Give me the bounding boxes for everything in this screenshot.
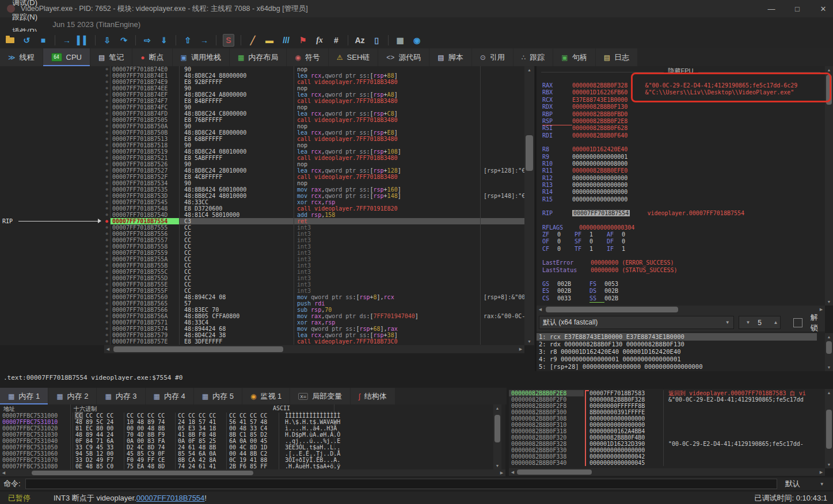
register-line[interactable]: R140000000000000000 — [542, 189, 797, 196]
disasm-row[interactable]: ●00007FF7018B7505E8 76BFFFFFcall videopl… — [104, 117, 524, 123]
row-dot-icon[interactable]: ● — [104, 174, 110, 180]
row-dot-icon[interactable]: ● — [104, 281, 110, 288]
breakpoint-icon[interactable]: ● — [104, 218, 110, 224]
stack-row[interactable]: 00000082B8B0F31800000000162A4BB4 — [509, 428, 668, 434]
dump-hscrollbar[interactable]: ◀ ▶ — [0, 469, 505, 476]
tab-source[interactable]: <>源代码 — [378, 48, 429, 66]
dump-row[interactable]: 00007FFBC753102081 EC 80 0000 00 48 8B05… — [0, 425, 337, 432]
disasm-row[interactable]: ●00007FF7018B755FCCint3 — [104, 288, 524, 294]
register-line[interactable]: R1100000082B8B0EFE0 — [542, 167, 797, 174]
disasm-row[interactable]: ●00007FF7018B756048:894C24 08mov qword p… — [104, 294, 524, 300]
register-line[interactable]: GS002BFS0053 — [542, 281, 797, 288]
bookmark-icon[interactable]: ⚑ — [298, 35, 308, 46]
tab-memory-map[interactable]: ▦内存布局 — [230, 48, 286, 66]
register-line[interactable]: LastError00000000 (ERROR_SUCCESS) — [542, 259, 797, 266]
disasm-row[interactable]: ●00007FF7018B752FE8 4CBFFFFFcall videopl… — [104, 174, 524, 180]
row-dot-icon[interactable]: ● — [104, 110, 110, 117]
row-dot-icon[interactable]: ● — [104, 326, 110, 332]
dump-row[interactable]: 00007FFBC753103048 89 44 2470 4D 8B F941… — [0, 432, 340, 438]
tab-memory-5[interactable]: ▦内存 5 — [194, 388, 242, 404]
dump-row[interactable]: 00007FFBC75310800E 48 85 C075 EA 48 8D74… — [0, 463, 340, 469]
row-dot-icon[interactable]: ● — [104, 72, 110, 79]
dump-vscrollbar[interactable]: ▲ ▼ — [493, 404, 501, 469]
dump-row[interactable]: 00007FFBC7531000CC CC CC CCCC CC CC CCCC… — [0, 413, 340, 419]
tab-cpu[interactable]: 64CPU — [43, 48, 90, 66]
calculator-icon[interactable]: ▦ — [395, 35, 405, 46]
memory-dump-pane[interactable]: 地址 十六进制 ASCII 00007FFBC7531000CC CC CC C… — [0, 404, 505, 469]
stack-row[interactable]: 00000082B8B0F2F000000082B8B0F328&"00-0C-… — [509, 396, 804, 403]
register-line[interactable]: RBX000001D16226FB60 &"C:\\Users\\Liv\\De… — [542, 89, 797, 96]
disasm-row[interactable]: ●00007FF7018B757148:33C4xor rax,rsp — [104, 319, 524, 326]
close-button[interactable]: ✕ — [811, 0, 833, 17]
scroll-down-icon[interactable]: ▼ — [825, 364, 833, 371]
disasm-row[interactable]: ●00007FF7018B7556CCint3 — [104, 231, 524, 237]
scroll-down-icon[interactable]: ▼ — [825, 461, 833, 468]
scroll-right-icon[interactable]: ▶ — [498, 469, 505, 476]
scroll-left-icon[interactable]: ◀ — [104, 345, 112, 353]
stack-row[interactable]: 00000082B8B0F3400000000000000045 — [509, 460, 668, 466]
tab-seh-chain[interactable]: ⚠SEH链 — [329, 48, 378, 66]
command-profile-select[interactable]: 默认 ▼ — [785, 479, 824, 489]
tab-script[interactable]: ▤脚本 — [429, 48, 471, 66]
disasm-row[interactable]: ●00007FF7018B7521E8 5ABFFFFFcall videopl… — [104, 155, 524, 161]
disasm-row-rip[interactable]: ●00007FF7018B7554C3ret — [104, 218, 524, 224]
run-to-user-code-icon[interactable]: → — [199, 35, 210, 46]
tab-struct[interactable]: ʃ结构体 — [351, 388, 395, 404]
scroll-up-icon[interactable]: ▲ — [825, 333, 833, 341]
patch-icon[interactable]: ╱ — [248, 35, 258, 46]
command-input[interactable] — [25, 479, 777, 489]
stack-row[interactable]: 00000082B8B0F3080000000000000000 — [509, 415, 668, 422]
tab-watch-1[interactable]: ◉监视 1 — [242, 388, 290, 404]
tab-handles[interactable]: ▣句柄 — [553, 48, 595, 66]
row-dot-icon[interactable]: ● — [104, 269, 110, 275]
menu-item-3[interactable]: 跟踪(N) — [6, 10, 48, 25]
run-icon[interactable]: → — [62, 35, 72, 46]
row-dot-icon[interactable]: ● — [104, 167, 110, 174]
row-dot-icon[interactable]: ● — [104, 180, 110, 186]
scroll-left-icon[interactable]: ◀ — [537, 306, 544, 314]
register-line[interactable]: RAX00000082B8B0F328 &"00-0C-29-E2-D4-41;… — [542, 82, 797, 89]
function-icon[interactable]: fx — [314, 35, 325, 46]
register-line[interactable]: R120000000000000000 — [542, 175, 797, 182]
scroll-left-icon[interactable]: ◀ — [0, 469, 7, 476]
label-icon[interactable]: /// — [281, 35, 291, 46]
row-dot-icon[interactable]: ● — [104, 142, 110, 148]
disasm-row[interactable]: ●00007FF7018B753490nop — [104, 180, 524, 186]
row-dot-icon[interactable]: ● — [104, 117, 110, 123]
argument-row[interactable]: 1: rcx E37E88743E1B0000 E37E88743E1B0000 — [537, 333, 817, 341]
scroll-up-icon[interactable]: ▲ — [524, 66, 534, 74]
row-dot-icon[interactable]: ● — [104, 250, 110, 256]
attach-icon[interactable]: ▯ — [371, 35, 382, 46]
tab-references[interactable]: ⊙引用 — [472, 48, 513, 66]
row-dot-icon[interactable]: ● — [104, 123, 110, 129]
register-line[interactable]: R8000001D162420E40 — [542, 146, 797, 153]
disasm-row[interactable]: ●00007FF7018B754548:33CCxor rcx,rsp — [104, 199, 524, 205]
open-file-icon[interactable] — [5, 35, 15, 46]
row-dot-icon[interactable]: ● — [104, 224, 110, 231]
disasm-row[interactable]: ●00007FF7018B754D48:81C4 58010000add rsp… — [104, 212, 524, 218]
row-dot-icon[interactable]: ● — [104, 193, 110, 199]
case-icon[interactable]: Az — [355, 35, 365, 46]
row-dot-icon[interactable]: ● — [104, 161, 110, 167]
pause-icon[interactable]: ▍▍ — [78, 35, 89, 46]
row-dot-icon[interactable]: ● — [104, 186, 110, 193]
scroll-down-icon[interactable]: ▼ — [524, 338, 534, 345]
row-dot-icon[interactable]: ● — [104, 338, 110, 345]
row-dot-icon[interactable]: ● — [104, 294, 110, 300]
disassembly-vscrollbar[interactable]: ▲ ▼ — [524, 66, 534, 345]
disasm-row[interactable]: ●00007FF7018B752748:8D8C24 28010000lea r… — [104, 167, 524, 174]
row-dot-icon[interactable]: ● — [104, 85, 110, 91]
row-dot-icon[interactable]: ● — [104, 300, 110, 307]
menu-item-2[interactable]: 调试(D) — [6, 0, 48, 10]
comment-icon[interactable]: ▬ — [264, 35, 275, 46]
disasm-row[interactable]: ●00007FF7018B74E090nop — [104, 66, 524, 72]
row-dot-icon[interactable]: ● — [104, 262, 110, 269]
row-dot-icon[interactable]: ● — [104, 307, 110, 313]
row-dot-icon[interactable]: ● — [104, 155, 110, 161]
step-into-icon[interactable]: ⇩ — [102, 35, 112, 46]
tab-memory-2[interactable]: ▦内存 2 — [48, 388, 96, 404]
tab-locals[interactable]: x=局部变量 — [290, 388, 350, 404]
row-dot-icon[interactable]: ● — [104, 66, 110, 72]
unlock-checkbox[interactable] — [793, 318, 802, 327]
disasm-row[interactable]: ●00007FF7018B750B48:8D8C24 E8000000lea r… — [104, 129, 524, 136]
